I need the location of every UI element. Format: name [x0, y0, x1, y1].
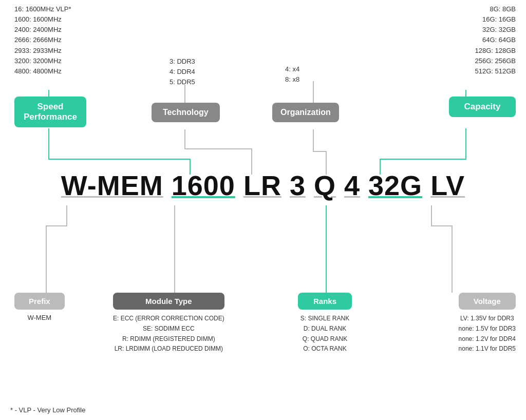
part-number: W-MEM 1600 LR 3 Q 4 32G LV [0, 169, 526, 201]
capacity-values: 8G: 8GB 16G: 16GB 32G: 32GB 64G: 64GB 12… [475, 4, 516, 77]
org-values: 4: x4 8: x8 [285, 64, 299, 85]
prefix-section: Prefix W-MEM [14, 293, 65, 321]
module-type-section: Module Type E: ECC (ERROR CORRECTION COD… [113, 293, 224, 354]
voltage-section: Voltage LV: 1.35V for DDR3 none: 1.5V fo… [459, 293, 516, 354]
speed-category-box: SpeedPerformance [14, 97, 86, 127]
tech-category-box: Technology [152, 103, 220, 122]
speed-values: 16: 1600MHz VLP* 1600: 1600MHz 2400: 240… [14, 4, 71, 77]
diagram-container: 16: 1600MHz VLP* 1600: 1600MHz 2400: 240… [0, 0, 526, 420]
connector-lines [0, 0, 526, 420]
org-category-box: Organization [272, 103, 339, 122]
ranks-section: Ranks S: SINGLE RANK D: DUAL RANK Q: QUA… [298, 293, 352, 354]
footnote: * - VLP - Very Low Profile [10, 406, 85, 414]
tech-values: 3: DDR3 4: DDR4 5: DDR5 [170, 56, 195, 87]
capacity-category-box: Capacity [449, 97, 516, 117]
